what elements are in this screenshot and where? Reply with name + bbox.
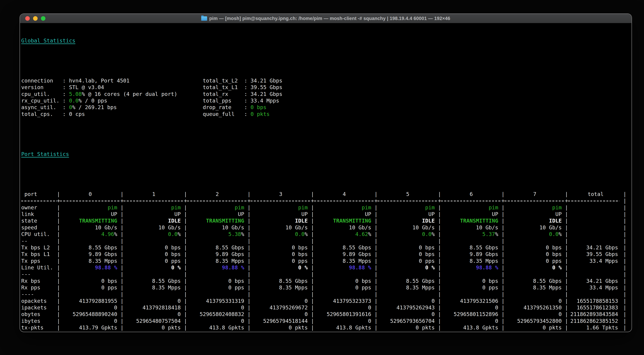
cell-value: 9.89 Gbps	[60, 251, 120, 258]
value-cell: 413795261350|	[504, 304, 568, 311]
cell-value: 0	[124, 298, 184, 304]
cell-value: 52965793656704	[378, 318, 438, 324]
value-cell: |	[568, 291, 626, 298]
value-cell: 8.35 Mpps|	[124, 284, 187, 291]
cell-value: 413.8 Gpkts	[378, 331, 438, 332]
row-label-cell: tx-pkts|	[21, 324, 60, 331]
column-divider: |	[120, 271, 124, 278]
value-cell: 0 bps|	[124, 244, 187, 251]
value-cell: 0|	[60, 304, 124, 311]
column-divider: |	[311, 251, 314, 258]
text-segment: :	[244, 78, 251, 84]
value-cell: pim|	[124, 204, 187, 211]
value-cell: 1655178612383|	[568, 304, 626, 311]
cell-value: 0 pps	[60, 284, 120, 291]
column-divider: |	[184, 238, 187, 244]
value-cell: 0 pps|	[60, 284, 124, 291]
cell-value: pim	[60, 204, 120, 211]
column-divider: |	[565, 218, 568, 224]
cell-value: 413795331319	[187, 298, 248, 304]
row-label-cell: speed|	[21, 224, 60, 231]
text-segment: % / 269.21 bps	[72, 104, 117, 110]
minimize-button[interactable]	[33, 16, 38, 21]
cell-value	[441, 238, 502, 244]
value-cell: 0 bps|	[251, 251, 314, 258]
text-segment: :	[244, 104, 251, 110]
text-segment: 0.0	[168, 231, 178, 237]
text-segment: 0	[304, 298, 308, 304]
column-divider: |	[502, 331, 504, 332]
value-cell: 0|	[251, 298, 314, 304]
column-divider: |	[311, 244, 314, 251]
column-divider: |	[438, 271, 441, 278]
value-cell: 1.66 Tpkts|	[568, 324, 626, 331]
text-segment: 0 pkts	[543, 324, 562, 331]
value-cell: 52965794518144|	[251, 318, 314, 324]
column-divider: |	[247, 231, 250, 238]
column-divider: |	[374, 244, 378, 251]
column-divider: |	[565, 191, 568, 198]
value-cell: 10 Gb/s|	[314, 224, 378, 231]
text-segment: :	[244, 111, 251, 117]
value-cell: 0 pps|	[504, 258, 568, 264]
text-segment: %	[432, 231, 434, 237]
terminal-screen[interactable]: Global Statistics connection: hvn4.lab, …	[20, 23, 632, 332]
cell-value	[441, 271, 502, 278]
column-divider: |	[438, 304, 441, 311]
column-divider: |	[57, 224, 60, 231]
column-divider: |	[374, 231, 378, 238]
text-segment: IDLE	[422, 218, 434, 224]
row-label-cell: ----|	[21, 291, 60, 298]
text-segment: UP	[174, 211, 181, 217]
row-label: tx-pkts	[21, 324, 57, 331]
column-divider: |	[502, 224, 504, 231]
value-cell: |	[568, 271, 626, 278]
row-label-cell: obytes|	[21, 311, 60, 318]
global-stats-block: connection: hvn4.lab, Port 4501total_tx_…	[21, 78, 632, 118]
cell-value: 10 Gb/s	[60, 224, 120, 231]
value-cell: 9.89 Gbps|	[441, 251, 504, 258]
table-row-line-util-: Line Util.|98.88 %|0 %|98.88 %|0 %|98.88…	[21, 264, 632, 271]
global-stats-row: rx_cpu_util.: 0.0% / 0 ppstotal_pps: 33.…	[21, 98, 632, 104]
window-titlebar[interactable]: pim — [mosh] pim@squanchy.ipng.ch: /home…	[20, 14, 632, 23]
cell-value	[124, 271, 184, 278]
cell-value	[251, 271, 311, 278]
text-segment: 0 bps	[292, 244, 308, 250]
cell-value: 0	[378, 298, 438, 304]
column-divider: |	[57, 231, 60, 238]
cell-value: 52965801152896	[441, 311, 502, 318]
cell-value: 0	[441, 318, 502, 324]
text-segment: 0	[178, 311, 181, 317]
column-divider: |	[311, 264, 314, 271]
text-segment: :	[63, 78, 69, 84]
cell-value: 0 bps	[378, 244, 438, 251]
text-segment: 34.21 Gbps	[586, 278, 618, 284]
text-segment: :	[63, 91, 69, 97]
column-divider: |	[311, 191, 314, 198]
column-divider: |	[502, 291, 504, 298]
text-segment: IDLE	[549, 218, 562, 224]
cell-value: 413.8 Gpkts	[314, 324, 374, 331]
separator-cell: +	[124, 198, 187, 204]
row-label: speed	[21, 224, 57, 231]
column-divider: +	[184, 198, 187, 204]
cell-value: pim	[378, 204, 438, 211]
cell-value: 0 bps	[314, 278, 374, 284]
text-segment: 9.89 Gbps	[88, 251, 117, 257]
column-divider: |	[57, 311, 60, 318]
text-segment: hvn4.lab, Port 4501	[69, 78, 130, 84]
column-divider: |	[623, 304, 626, 311]
value-cell: 0 bps|	[314, 278, 378, 284]
column-divider: |	[247, 264, 250, 271]
cell-value: 8.35 Mpps	[124, 284, 184, 291]
value-cell: |	[124, 291, 187, 298]
cell-value	[124, 291, 184, 298]
header-cell: 1|	[124, 191, 187, 198]
close-button[interactable]	[25, 16, 30, 21]
text-segment: 0.0	[549, 231, 558, 237]
cell-value: 0 pkts	[124, 324, 184, 331]
text-segment: 0 bps	[546, 244, 562, 250]
value-cell: 0 bps|	[504, 244, 568, 251]
zoom-button[interactable]	[41, 16, 46, 21]
text-segment: 4.62	[355, 231, 368, 237]
